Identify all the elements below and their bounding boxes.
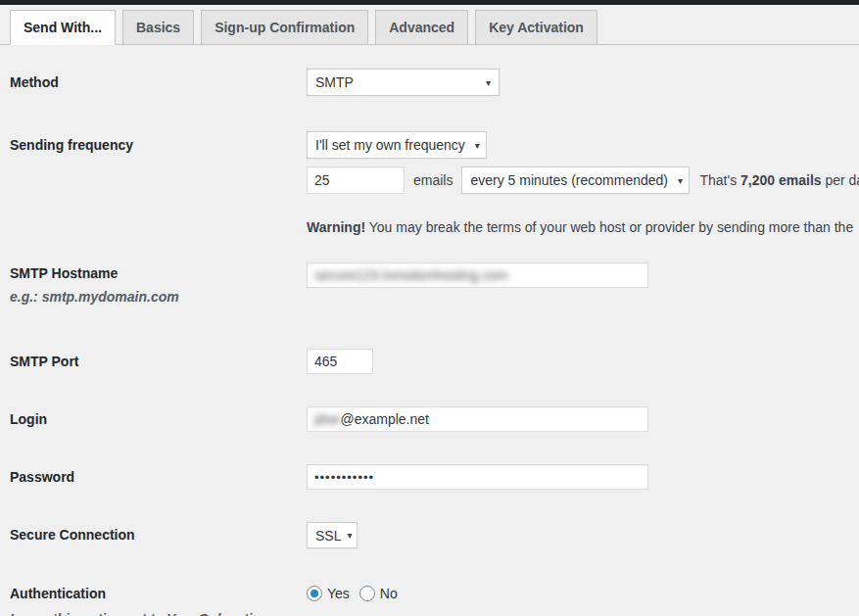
secure-connection-value: SSL xyxy=(315,528,341,544)
frequency-warning: Warning! You may break the terms of your… xyxy=(307,219,859,235)
login-label: Login xyxy=(10,406,307,432)
frequency-mode-value: I'll set my own frequency xyxy=(315,137,465,153)
method-select-value: SMTP xyxy=(315,74,354,90)
warning-bold: Warning! xyxy=(307,219,365,235)
rate-summary: That's 7,200 emails per day xyxy=(699,172,859,188)
admin-top-bar xyxy=(0,0,859,5)
tab-bar: Send With... Basics Sign-up Confirmation… xyxy=(0,10,859,45)
emails-unit-label: emails xyxy=(413,172,453,188)
smtp-port-input[interactable] xyxy=(307,349,373,374)
smtp-hostname-redacted-value: secure123.inmotionhosting.com xyxy=(314,267,508,283)
smtp-hostname-label: SMTP Hostname xyxy=(10,262,307,284)
form-row-login: Login jdoe @example.net xyxy=(10,406,859,432)
warning-text: You may break the terms of your web host… xyxy=(365,219,853,235)
authentication-yes-label: Yes xyxy=(327,586,350,601)
radio-unselected-icon[interactable] xyxy=(359,586,375,601)
form-row-method: Method SMTP ▾ xyxy=(10,69,859,96)
secure-connection-select[interactable]: SSL ▾ xyxy=(307,522,358,548)
method-select[interactable]: SMTP ▾ xyxy=(307,69,500,96)
form-row-password: Password ••••••••••• xyxy=(10,464,859,490)
tab-signup-confirmation[interactable]: Sign-up Confirmation xyxy=(201,10,368,45)
smtp-port-label: SMTP Port xyxy=(10,349,307,374)
chevron-down-icon: ▾ xyxy=(486,77,491,88)
rate-suffix: per day xyxy=(822,172,859,188)
emails-count-input[interactable] xyxy=(307,166,405,194)
rate-prefix: That's xyxy=(699,172,740,188)
authentication-no-option[interactable]: No xyxy=(359,586,398,601)
tab-basics[interactable]: Basics xyxy=(122,10,194,45)
form-row-sending-frequency: Sending frequency I'll set my own freque… xyxy=(10,131,859,235)
login-redacted-value: jdoe xyxy=(314,411,340,427)
authentication-no-label: No xyxy=(380,586,398,601)
login-domain-value: @example.net xyxy=(340,411,428,427)
tab-send-with[interactable]: Send With... xyxy=(10,10,116,45)
password-masked-value: ••••••••••• xyxy=(314,470,374,485)
rate-bold: 7,200 emails xyxy=(740,172,822,188)
form-row-secure-connection: Secure Connection SSL ▾ xyxy=(10,522,859,548)
radio-selected-icon[interactable] xyxy=(307,586,322,601)
smtp-hostname-note: e.g.: smtp.mydomain.com xyxy=(10,289,307,305)
password-input[interactable]: ••••••••••• xyxy=(307,464,648,490)
form-row-authentication: Authentication Leave this option set to … xyxy=(10,581,859,616)
form-row-smtp-port: SMTP Port xyxy=(10,349,859,374)
authentication-note: Leave this option set to Yes. Only a tin… xyxy=(10,611,307,616)
tab-advanced[interactable]: Advanced xyxy=(375,10,468,45)
authentication-label: Authentication xyxy=(10,581,307,606)
chevron-down-icon: ▾ xyxy=(347,530,352,541)
form-row-smtp-hostname: SMTP Hostname e.g.: smtp.mydomain.com se… xyxy=(10,262,859,305)
login-input[interactable]: jdoe @example.net xyxy=(307,406,648,432)
chevron-down-icon: ▾ xyxy=(475,140,480,151)
smtp-hostname-input[interactable]: secure123.inmotionhosting.com xyxy=(307,262,648,288)
secure-connection-label: Secure Connection xyxy=(10,522,307,548)
settings-form: Method SMTP ▾ Sending frequency I'll set… xyxy=(0,69,859,616)
method-label: Method xyxy=(10,69,307,96)
chevron-down-icon: ▾ xyxy=(678,175,683,186)
authentication-yes-option[interactable]: Yes xyxy=(307,586,350,601)
sending-frequency-label: Sending frequency xyxy=(10,131,307,159)
frequency-mode-select[interactable]: I'll set my own frequency ▾ xyxy=(307,131,487,159)
password-label: Password xyxy=(10,464,307,490)
tab-key-activation[interactable]: Key Activation xyxy=(475,10,597,45)
interval-select[interactable]: every 5 minutes (recommended) ▾ xyxy=(461,166,690,194)
interval-select-value: every 5 minutes (recommended) xyxy=(470,172,668,188)
